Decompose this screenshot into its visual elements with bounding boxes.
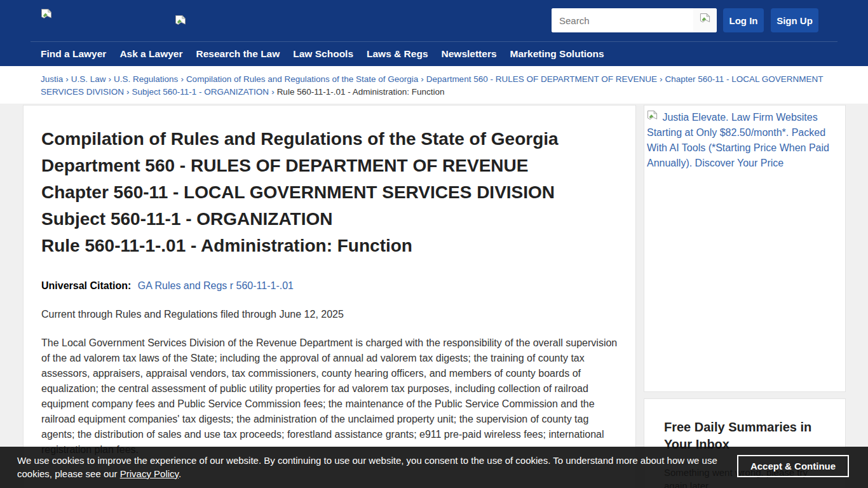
crumb-ga-compilation[interactable]: Compilation of Rules and Regulations of … [186,74,418,84]
accept-continue-button[interactable]: Accept & Continue [737,455,849,477]
rule-body-text: The Local Government Services Division o… [41,336,618,458]
currency-note: Current through Rules and Regulations fi… [41,309,618,320]
title-rule: Rule 560-11-1-.01 - Administration: Func… [41,233,618,259]
cookie-message: We use cookies to improve the experience… [17,454,722,480]
nav-laws-and-regs[interactable]: Laws & Regs [367,48,428,60]
ad-alt-text: Justia Elevate. Law Firm Websites Starti… [647,112,829,168]
universal-citation-label: Universal Citation: [41,280,131,291]
nav-law-schools[interactable]: Law Schools [293,48,353,60]
cookie-message-period: . [179,468,181,479]
site-header: Log In Sign Up Find a Lawyer Ask a Lawye… [0,0,868,66]
crumb-department-560[interactable]: Department 560 - RULES OF DEPARTMENT OF … [426,74,657,84]
nav-research-the-law[interactable]: Research the Law [196,48,280,60]
title-compilation: Compilation of Rules and Regulations of … [41,126,618,152]
crumb-subject-560-11-1[interactable]: Subject 560-11-1 - ORGANIZATION [132,87,269,97]
breadcrumb-separator: › [124,87,132,97]
breadcrumb-separator: › [63,74,71,84]
breadcrumb-band: Justia›U.S. Law›U.S. Regulations›Compila… [0,66,868,104]
title-chapter: Chapter 560-11 - LOCAL GOVERNMENT SERVIC… [41,179,618,206]
rule-content-card: Compilation of Rules and Regulations of … [23,105,636,488]
crumb-justia[interactable]: Justia [41,74,63,84]
citation-link[interactable]: GA Rules and Regs r 560-11-1-.01 [138,280,294,291]
nav-find-a-lawyer[interactable]: Find a Lawyer [41,48,106,60]
search-button[interactable] [693,8,717,32]
breadcrumb-separator: › [106,74,114,84]
justia-elevate-ad-link[interactable]: Justia Elevate. Law Firm Websites Starti… [647,112,829,168]
login-button[interactable]: Log In [723,8,764,32]
crumb-current-rule: Rule 560-11-1-.01 - Administration: Func… [277,87,445,97]
breadcrumb-separator: › [657,74,665,84]
cookie-consent-banner: We use cookies to improve the experience… [0,447,868,488]
main-nav: Find a Lawyer Ask a Lawyer Research the … [31,41,837,66]
nav-ask-a-lawyer[interactable]: Ask a Lawyer [119,48,182,60]
breadcrumb-separator: › [418,74,426,84]
search-broken-image-icon [700,13,710,27]
sidebar-ad-card: Justia Elevate. Law Firm Websites Starti… [644,105,846,392]
search-box [552,8,717,32]
search-input[interactable] [552,8,693,32]
title-subject: Subject 560-11-1 - ORGANIZATION [41,206,618,233]
breadcrumb-separator: › [269,87,277,97]
nav-marketing-solutions[interactable]: Marketing Solutions [510,48,604,60]
crumb-us-regulations[interactable]: U.S. Regulations [114,74,178,84]
privacy-policy-link[interactable]: Privacy Policy [120,468,179,479]
page-title: Compilation of Rules and Regulations of … [41,126,618,259]
crumb-us-law[interactable]: U.S. Law [71,74,106,84]
universal-citation-row: Universal Citation: GA Rules and Regs r … [41,280,618,292]
nav-newsletters[interactable]: Newsletters [442,48,497,60]
breadcrumb: Justia›U.S. Law›U.S. Regulations›Compila… [0,66,868,98]
breadcrumb-separator: › [178,74,186,84]
justia-logo-broken-image-icon[interactable] [41,9,52,24]
signup-button[interactable]: Sign Up [771,8,818,32]
title-department: Department 560 - RULES OF DEPARTMENT OF … [41,152,618,179]
ad-broken-image-icon [647,112,662,123]
secondary-broken-image-icon [175,15,186,30]
